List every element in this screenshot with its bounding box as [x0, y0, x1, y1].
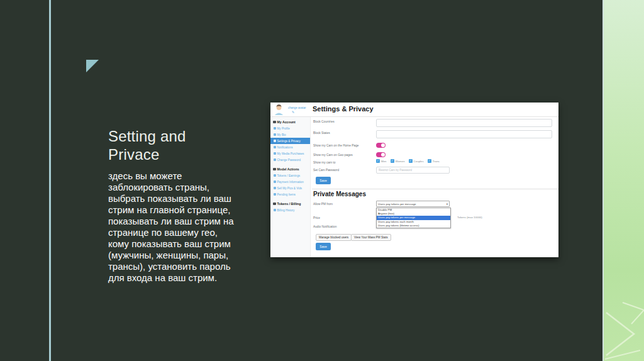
sidebar-item-notifications[interactable]: Notifications: [270, 144, 310, 150]
sidebar-item-sell-pics-vids[interactable]: Sell My Pics & Vids: [270, 185, 310, 191]
slide-title-line1: Setting and: [108, 127, 253, 145]
tokens-hint: Tokens (max 10000): [457, 216, 482, 219]
sidebar-item-payment-information[interactable]: Payment Information: [270, 179, 310, 185]
history-icon: [274, 209, 276, 211]
private-messages-heading: Private Messages: [313, 191, 366, 197]
profile-icon: [274, 127, 276, 130]
show-geo-toggle[interactable]: [376, 152, 386, 157]
price-label: Price: [313, 216, 320, 219]
sidebar-item-billing-history[interactable]: Billing History: [270, 207, 310, 213]
clock-icon: [274, 193, 276, 196]
show-geo-label: Show my Cam on Geo pages: [313, 153, 353, 157]
billing-icon: [273, 203, 276, 206]
decorative-triangle: [86, 60, 99, 72]
section-divider: [312, 189, 558, 189]
sidebar-item-my-profile[interactable]: My Profile: [270, 125, 310, 131]
allow-pm-dropdown: Disable PM Anyone (free) Users pay token…: [376, 208, 451, 228]
slide-title-line2: Privace: [108, 145, 253, 164]
checkbox-checked-icon: ✓: [376, 159, 380, 163]
cam-password-label: Set Cam Password: [313, 169, 339, 172]
checkbox-women[interactable]: ✓ Women: [391, 159, 405, 163]
sidebar-item-settings-privacy[interactable]: Settings & Privacy: [270, 138, 310, 144]
sidebar-item-pending-items[interactable]: Pending Items: [270, 191, 310, 197]
sidebar-section-model-actions: Model Actions: [270, 166, 310, 172]
settings-panel: Block Countries Block States Show my Cam…: [311, 117, 558, 257]
slide-title: Setting and Privace: [108, 127, 253, 164]
show-cam-to-label: Show my cam to: [313, 161, 335, 164]
chevron-down-icon: ▾: [447, 203, 448, 206]
presentation-slide: Setting and Privace здесь вы можете забл…: [0, 0, 644, 361]
show-home-label: Show my Cam on the Home Page: [313, 144, 359, 147]
bell-icon: [274, 146, 276, 148]
user-icon: [273, 121, 276, 124]
checkbox-checked-icon: ✓: [391, 159, 394, 163]
audio-notification-label: Audio Notification: [313, 225, 336, 228]
checkbox-couples[interactable]: ✓ Couples: [409, 159, 424, 163]
slide-body-text: здесь вы можете заблокировать страны, вы…: [108, 170, 236, 284]
sidebar-item-change-password[interactable]: Change Password: [270, 157, 310, 163]
checkbox-trans[interactable]: ✓ Trans: [428, 159, 440, 163]
allow-pm-label: Allow PM from: [313, 203, 333, 206]
sidebar-item-media-purchases[interactable]: My Media Purchases: [270, 150, 310, 157]
view-mass-pm-stats-button[interactable]: View Your Mass PM Stats: [351, 234, 391, 241]
page-title: Settings & Privacy: [313, 105, 374, 113]
app-screenshot: change avatar ✎ Settings & Privacy My Ac…: [270, 103, 558, 257]
left-accent-line: [49, 0, 51, 361]
camera-icon: [274, 152, 276, 155]
bio-icon: [274, 133, 276, 136]
photo-icon: [274, 187, 276, 189]
lock-icon: [274, 158, 276, 161]
app-header: change avatar ✎ Settings & Privacy: [270, 103, 558, 117]
checkbox-checked-icon: ✓: [428, 159, 431, 163]
change-avatar-link[interactable]: change avatar: [288, 106, 306, 109]
tag-icon: [273, 168, 276, 171]
dollar-icon: [274, 174, 276, 177]
block-states-input[interactable]: [376, 130, 552, 138]
block-countries-input[interactable]: [376, 119, 552, 127]
sidebar-section-tokens-billing: Tokens / Billing: [270, 201, 310, 207]
pm-save-button[interactable]: Save: [316, 243, 331, 250]
sidebar-section-my-account: My Account: [270, 119, 310, 125]
pencil-icon[interactable]: ✎: [292, 110, 294, 114]
avatar: [274, 104, 284, 116]
manage-blocked-users-button[interactable]: Manage blocked users: [316, 234, 352, 241]
block-countries-label: Block Countries: [313, 120, 335, 123]
show-home-toggle[interactable]: [376, 143, 386, 148]
wrench-icon: [274, 140, 276, 142]
sidebar-item-tokens-earnings[interactable]: Tokens / Earnings: [270, 172, 310, 179]
settings-save-button[interactable]: Save: [316, 177, 331, 184]
allow-pm-select[interactable]: Users pay tokens per message ▾: [376, 201, 450, 207]
toggle-knob: [381, 153, 385, 157]
checkbox-men[interactable]: ✓ Men: [376, 159, 387, 163]
bank-icon: [274, 181, 276, 183]
checkbox-checked-icon: ✓: [409, 159, 413, 163]
right-green-strip: [602, 0, 644, 361]
cam-password-input[interactable]: [376, 167, 450, 174]
audience-checkbox-row: ✓ Men ✓ Women ✓ Couples ✓ Trans: [376, 159, 440, 163]
sidebar-item-my-bio[interactable]: My Bio: [270, 131, 310, 138]
block-states-label: Block States: [313, 131, 330, 135]
chevron-decoration: [604, 301, 644, 361]
dropdown-option-lifetime-access[interactable]: Users pay tokens (lifetime access): [377, 224, 450, 228]
sidebar: My Account My Profile My Bio Settings & …: [270, 117, 311, 257]
toggle-knob: [381, 143, 385, 147]
